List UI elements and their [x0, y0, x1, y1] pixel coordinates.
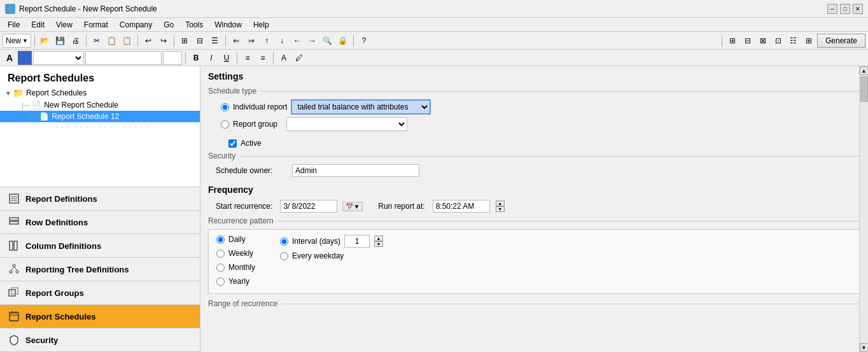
- weekly-option: Weekly: [216, 249, 267, 258]
- active-checkbox[interactable]: [228, 139, 237, 148]
- maximize-button[interactable]: □: [840, 4, 850, 14]
- scroll-track[interactable]: [860, 75, 869, 343]
- find-btn[interactable]: 🔍: [321, 34, 335, 48]
- italic-button[interactable]: I: [204, 51, 218, 65]
- paste-button[interactable]: 📋: [120, 34, 134, 48]
- menu-format[interactable]: Format: [79, 19, 113, 31]
- font-size-input[interactable]: [163, 51, 182, 65]
- font-color-box[interactable]: [18, 51, 32, 65]
- move-down[interactable]: ↓: [275, 34, 289, 48]
- font-name-input[interactable]: [85, 51, 162, 65]
- time-spin-up[interactable]: ▲: [496, 201, 505, 206]
- nav-reporting-tree[interactable]: Reporting Tree Definitions: [0, 258, 200, 281]
- underline-button[interactable]: U: [220, 51, 234, 65]
- new-button-group[interactable]: New ▼: [3, 34, 31, 48]
- report-group-select[interactable]: [286, 117, 407, 131]
- nav-row-definitions[interactable]: Row Definitions: [0, 211, 200, 234]
- minimize-button[interactable]: ─: [827, 4, 837, 14]
- sidebar-tree: Report Schedules ▼ 📁 Report Schedules ├─…: [0, 66, 200, 187]
- menu-window[interactable]: Window: [209, 19, 247, 31]
- open-button[interactable]: 📂: [38, 34, 52, 48]
- bold-button[interactable]: B: [189, 51, 203, 65]
- monthly-radio[interactable]: [216, 264, 225, 272]
- interval-spin-down[interactable]: ▼: [374, 241, 383, 247]
- grid-btn5[interactable]: ☷: [787, 34, 801, 48]
- date-picker-button[interactable]: 📅▼: [342, 202, 363, 211]
- weekly-radio[interactable]: [216, 250, 225, 258]
- help-btn[interactable]: ?: [357, 34, 371, 48]
- svg-rect-7: [14, 241, 17, 250]
- scroll-up-button[interactable]: ▲: [860, 66, 869, 75]
- time-spin-down[interactable]: ▼: [496, 206, 505, 212]
- undo-button[interactable]: ↩: [141, 34, 155, 48]
- grid-btn6[interactable]: ⊞: [802, 34, 816, 48]
- generate-button[interactable]: Generate: [817, 34, 865, 48]
- nav-report-schedules[interactable]: Report Schedules: [0, 305, 200, 328]
- grid-btn2[interactable]: ⊟: [741, 34, 755, 48]
- scroll-down-button[interactable]: ▼: [860, 343, 869, 352]
- column-definitions-icon: [8, 239, 20, 252]
- highlight[interactable]: 🖊: [292, 51, 306, 65]
- tree-schedule-12[interactable]: └─ 📄 Report Schedule 12: [0, 111, 200, 122]
- new-dropdown-arrow[interactable]: ▼: [22, 38, 28, 44]
- scroll-thumb[interactable]: [860, 76, 868, 102]
- yearly-radio[interactable]: [216, 278, 225, 286]
- interval-input[interactable]: [344, 235, 370, 248]
- run-report-at-input[interactable]: [433, 200, 490, 213]
- back-btn[interactable]: ←: [290, 34, 304, 48]
- menu-company[interactable]: Company: [115, 19, 157, 31]
- move-up[interactable]: ↑: [260, 34, 274, 48]
- indent-left[interactable]: ⇐: [229, 34, 243, 48]
- report-group-radio[interactable]: [221, 120, 229, 129]
- nav-security[interactable]: Security: [0, 328, 200, 352]
- nav-report-groups[interactable]: Report Groups: [0, 281, 200, 305]
- start-recurrence-input[interactable]: [280, 200, 337, 213]
- tree-new-schedule[interactable]: ├─ 📄 New Report Schedule: [0, 99, 200, 111]
- individual-report-radio[interactable]: [221, 103, 229, 111]
- interval-spinner[interactable]: ▲ ▼: [374, 236, 383, 247]
- forward-btn[interactable]: →: [305, 34, 319, 48]
- font-family-select[interactable]: [33, 51, 84, 65]
- close-button[interactable]: ✕: [853, 4, 863, 14]
- format-btn2[interactable]: ⊟: [193, 34, 207, 48]
- format-btn1[interactable]: ⊞: [178, 34, 192, 48]
- menu-view[interactable]: View: [51, 19, 78, 31]
- lock-btn[interactable]: 🔒: [336, 34, 350, 48]
- cut-button[interactable]: ✂: [90, 34, 104, 48]
- color-picker[interactable]: A: [277, 51, 291, 65]
- print-button[interactable]: 🖨: [69, 34, 83, 48]
- menu-tools[interactable]: Tools: [180, 19, 208, 31]
- every-weekday-radio[interactable]: [280, 252, 288, 260]
- nav-column-definitions[interactable]: Column Definitions: [0, 234, 200, 258]
- grid-btn3[interactable]: ⊠: [756, 34, 770, 48]
- menu-help[interactable]: Help: [248, 19, 274, 31]
- tree-root-item[interactable]: ▼ 📁 Report Schedules: [0, 87, 200, 99]
- redo-button[interactable]: ↪: [157, 34, 171, 48]
- start-recurrence-label: Start recurrence:: [216, 202, 272, 211]
- yearly-label: Yearly: [228, 277, 249, 286]
- grid-btn4[interactable]: ⊡: [771, 34, 785, 48]
- grid-btn1[interactable]: ⊞: [725, 34, 739, 48]
- individual-report-select[interactable]: tailed trial balance with attributes: [291, 99, 431, 115]
- time-spinner[interactable]: ▲ ▼: [496, 201, 505, 212]
- schedule-type-group: Schedule type Individual report tailed t…: [208, 87, 860, 131]
- copy-button[interactable]: 📋: [105, 34, 119, 48]
- page-icon-2: 📄: [39, 112, 49, 121]
- menu-go[interactable]: Go: [158, 19, 179, 31]
- font-sep-1: [185, 52, 186, 64]
- schedule-owner-input[interactable]: [292, 164, 419, 177]
- nav-report-definitions[interactable]: Report Definitions: [0, 187, 200, 211]
- svg-rect-6: [10, 241, 13, 250]
- daily-label: Daily: [228, 235, 246, 244]
- start-recurrence-row: Start recurrence: 📅▼ Run report at: ▲ ▼: [208, 200, 860, 213]
- align-left[interactable]: ≡: [241, 51, 255, 65]
- daily-radio[interactable]: [216, 236, 225, 244]
- interval-radio[interactable]: [280, 237, 288, 246]
- menu-file[interactable]: File: [3, 19, 25, 31]
- interval-spin-up[interactable]: ▲: [374, 236, 383, 241]
- save-button[interactable]: 💾: [53, 34, 67, 48]
- format-btn3[interactable]: ☰: [208, 34, 222, 48]
- menu-edit[interactable]: Edit: [26, 19, 50, 31]
- align-center[interactable]: ≡: [256, 51, 270, 65]
- indent-right[interactable]: ⇒: [244, 34, 258, 48]
